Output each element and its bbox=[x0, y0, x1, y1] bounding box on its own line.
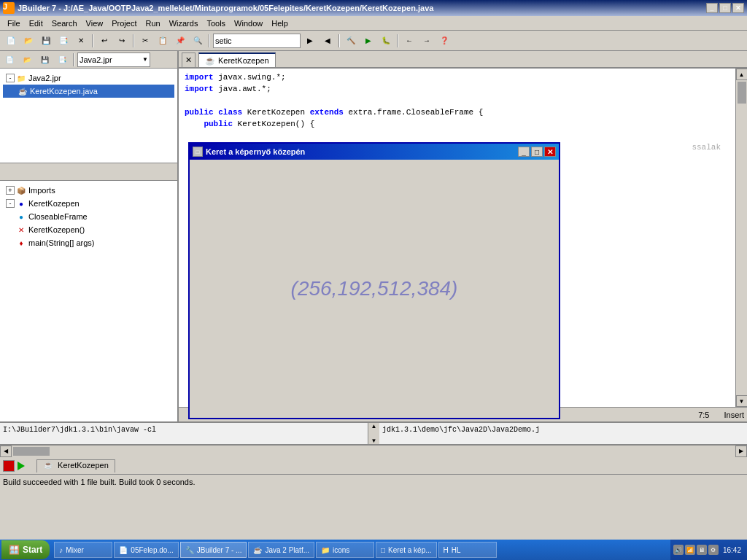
scroll-thumb[interactable] bbox=[738, 82, 746, 104]
close-button[interactable]: ✕ bbox=[732, 3, 744, 13]
search-combo[interactable]: setic bbox=[213, 34, 301, 48]
console-area: I:\JBuilder7\jdk1.3.1\bin\javaw -cl ▲ ▼ … bbox=[0, 423, 747, 445]
structure-item-imports[interactable]: + 📦 Imports bbox=[3, 184, 174, 197]
cut-button[interactable]: ✂ bbox=[137, 33, 153, 49]
minimize-button[interactable]: _ bbox=[706, 3, 718, 13]
run-button[interactable]: ▶ bbox=[360, 33, 376, 49]
project-combo[interactable]: Java2.jpr ▼ bbox=[77, 52, 150, 67]
horizontal-scrollbar[interactable]: ◀ ▶ bbox=[0, 445, 747, 456]
class-label: KeretKozepen bbox=[28, 199, 80, 208]
main-icon: ♦ bbox=[16, 238, 26, 248]
close-file-button[interactable]: ✕ bbox=[73, 33, 89, 49]
window-controls: _ □ ✕ bbox=[706, 3, 744, 13]
run-panel: ☕ KeretKozepen bbox=[0, 456, 747, 474]
console-scrollbar[interactable]: ▲ ▼ bbox=[368, 423, 379, 444]
find-button[interactable]: 🔍 bbox=[190, 33, 206, 49]
help-button[interactable]: ❓ bbox=[436, 33, 452, 49]
floating-maximize-button[interactable]: □ bbox=[531, 147, 543, 157]
floating-minimize-button[interactable]: _ bbox=[518, 147, 530, 157]
structure-item-closeable[interactable]: ● CloseableFrame bbox=[3, 210, 174, 223]
new-button[interactable]: 📄 bbox=[3, 33, 19, 49]
taskbar-label-icons: icons bbox=[333, 546, 349, 554]
taskbar-icon-keret: □ bbox=[381, 546, 385, 554]
imports-icon: 📦 bbox=[16, 185, 26, 195]
save-proj-button[interactable]: 💾 bbox=[36, 52, 53, 68]
search-go-button[interactable]: ▶ bbox=[302, 33, 318, 49]
stop-button[interactable] bbox=[3, 460, 15, 472]
new-proj-button[interactable]: 📄 bbox=[1, 52, 18, 68]
menu-wizards[interactable]: Wizards bbox=[165, 18, 203, 29]
taskbar-item-05felep[interactable]: 📄 05Felep.do... bbox=[114, 542, 178, 558]
redo-button[interactable]: ↪ bbox=[114, 33, 130, 49]
tree-root[interactable]: - 📁 Java2.jpr bbox=[3, 71, 174, 85]
build-button[interactable]: 🔨 bbox=[343, 33, 359, 49]
menu-run[interactable]: Run bbox=[141, 18, 164, 29]
taskbar-item-keret[interactable]: □ Keret a kép... bbox=[376, 542, 437, 558]
menu-file[interactable]: File bbox=[3, 18, 25, 29]
back-nav-button[interactable]: ← bbox=[401, 33, 417, 49]
copy-button[interactable]: 📋 bbox=[155, 33, 171, 49]
left-panel-toolbar: 📄 📂 💾 📑 Java2.jpr ▼ bbox=[0, 51, 177, 69]
console-scroll-up[interactable]: ▲ bbox=[368, 423, 379, 429]
expand-imports[interactable]: + bbox=[6, 186, 15, 195]
structure-toolbar bbox=[0, 163, 177, 181]
hscroll-thumb[interactable] bbox=[13, 447, 50, 456]
start-icon: 🪟 bbox=[9, 545, 20, 555]
structure-item-main[interactable]: ♦ main(String[] args) bbox=[3, 236, 174, 249]
vertical-scrollbar[interactable]: ▲ ▼ bbox=[735, 69, 747, 407]
expand-root[interactable]: - bbox=[6, 74, 15, 82]
menu-project[interactable]: Project bbox=[107, 18, 141, 29]
floating-close-button[interactable]: ✕ bbox=[544, 147, 556, 157]
start-button[interactable]: 🪟 Start bbox=[1, 540, 50, 559]
floating-window[interactable]: □ Keret a képernyő közepén _ □ ✕ (256,19… bbox=[188, 142, 560, 419]
tray-clock: 16:42 bbox=[720, 546, 744, 554]
menu-help[interactable]: Help bbox=[267, 18, 293, 29]
expand-class[interactable]: - bbox=[6, 199, 15, 208]
floating-title-bar: □ Keret a képernyő közepén _ □ ✕ bbox=[190, 144, 559, 160]
open-proj-button[interactable]: 📂 bbox=[19, 52, 35, 68]
scroll-down-arrow[interactable]: ▼ bbox=[736, 395, 748, 407]
floating-window-icon: □ bbox=[193, 147, 203, 157]
tab-x-button-area[interactable]: ✕ bbox=[182, 52, 196, 67]
scroll-up-arrow[interactable]: ▲ bbox=[736, 69, 748, 80]
taskbar-label-mixer: Mixer bbox=[66, 546, 83, 554]
tree-file-label: KeretKozepen.java bbox=[30, 87, 98, 96]
taskbar-item-jbuilder[interactable]: 🔧 JBuilder 7 - ... bbox=[180, 542, 247, 558]
structure-item-class[interactable]: - ● KeretKozepen bbox=[3, 197, 174, 210]
paste-button[interactable]: 📌 bbox=[172, 33, 188, 49]
taskbar-item-mixer[interactable]: ♪ Mixer bbox=[54, 542, 112, 558]
floating-window-controls: _ □ ✕ bbox=[518, 147, 556, 157]
save-all-button[interactable]: 📑 bbox=[55, 33, 71, 49]
menu-edit[interactable]: Edit bbox=[25, 18, 47, 29]
project-root-label: Java2.jpr bbox=[28, 74, 61, 82]
taskbar-item-icons[interactable]: 📁 icons bbox=[316, 542, 374, 558]
menu-search[interactable]: Search bbox=[47, 18, 82, 29]
taskbar-item-hl[interactable]: H HL bbox=[438, 542, 497, 558]
search-back-button[interactable]: ◀ bbox=[320, 33, 336, 49]
menu-window[interactable]: Window bbox=[230, 18, 267, 29]
floating-title-text: Keret a képernyő közepén bbox=[206, 147, 518, 156]
proj-btn4[interactable]: 📑 bbox=[54, 52, 70, 68]
tree-file[interactable]: ☕ KeretKozepen.java bbox=[3, 85, 174, 98]
menu-tools[interactable]: Tools bbox=[202, 18, 230, 29]
taskbar-item-java2platf[interactable]: ☕ Java 2 Platf... bbox=[248, 542, 314, 558]
open-button[interactable]: 📂 bbox=[20, 33, 36, 49]
tray-icon-2: 📶 bbox=[685, 545, 695, 555]
menu-view[interactable]: View bbox=[82, 18, 108, 29]
hscroll-left-arrow[interactable]: ◀ bbox=[0, 446, 12, 457]
tab-java-icon: ☕ bbox=[205, 56, 215, 66]
debug-button[interactable]: 🐛 bbox=[378, 33, 394, 49]
console-left-text: I:\JBuilder7\jdk1.3.1\bin\javaw -cl bbox=[0, 423, 368, 444]
hscroll-right-arrow[interactable]: ▶ bbox=[735, 446, 747, 457]
code-line-4: public class KeretKozepen extends extra.… bbox=[185, 106, 729, 118]
forward-nav-button[interactable]: → bbox=[419, 33, 435, 49]
console-scroll-down[interactable]: ▼ bbox=[368, 438, 379, 444]
structure-item-constructor[interactable]: ✕ KeretKozepen() bbox=[3, 223, 174, 236]
save-button[interactable]: 💾 bbox=[38, 33, 54, 49]
run-tab[interactable]: ☕ KeretKozepen bbox=[36, 459, 115, 472]
undo-button[interactable]: ↩ bbox=[96, 33, 112, 49]
maximize-button[interactable]: □ bbox=[719, 3, 731, 13]
run-play-button[interactable] bbox=[18, 462, 25, 470]
tab-keretKozepen[interactable]: ☕ KeretKozepen bbox=[198, 52, 276, 67]
taskbar-label-05felep: 05Felep.do... bbox=[131, 546, 173, 554]
